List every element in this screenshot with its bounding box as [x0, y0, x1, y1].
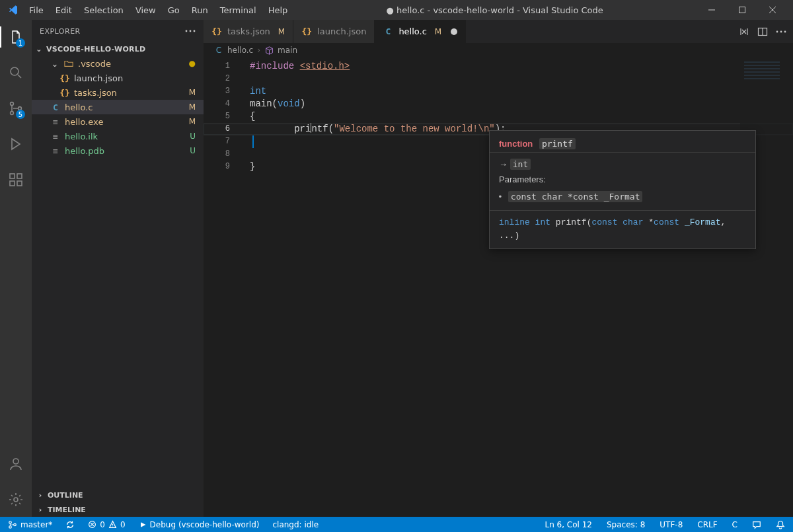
svg-point-19 [9, 525, 12, 528]
status-sync[interactable] [63, 517, 77, 532]
maximize-button[interactable] [727, 0, 757, 20]
dirty-indicator-icon [451, 28, 457, 35]
minimize-button[interactable] [697, 0, 727, 20]
status-notifications-icon[interactable] [773, 517, 788, 532]
folder-open-icon [63, 59, 74, 68]
file-label: hello.exe [65, 117, 103, 127]
sidebar-more-icon[interactable] [185, 30, 196, 32]
breadcrumb-file: hello.c [227, 46, 253, 55]
file-label: launch.json [74, 73, 123, 83]
chevron-right-icon: › [36, 491, 45, 500]
status-eol[interactable]: CRLF [695, 517, 720, 532]
tab-scm-badge: M [278, 27, 285, 36]
close-button[interactable] [757, 0, 788, 20]
svg-rect-0 [739, 7, 745, 13]
status-problems[interactable]: 0 0 [85, 517, 128, 532]
file-tree-item[interactable]: {}tasks.jsonM [32, 85, 204, 100]
hover-parameter: const char *const _Format [508, 191, 643, 202]
file-tree-item[interactable]: {}launch.json [32, 71, 204, 85]
menu-run[interactable]: Run [186, 2, 213, 19]
explorer-badge: 1 [16, 38, 25, 48]
editor-tab[interactable]: {}tasks.jsonM [204, 20, 293, 43]
scm-status-badge: ● [189, 59, 198, 68]
editor-tab[interactable]: {}launch.json [293, 20, 375, 43]
file-label: hello.ilk [65, 132, 98, 141]
scm-status-badge: M [189, 117, 198, 126]
menu-file[interactable]: File [24, 2, 49, 19]
svg-rect-7 [10, 181, 15, 186]
sidebar-title: EXPLORER [40, 27, 81, 36]
hover-return-type: int [510, 159, 531, 170]
return-arrow-icon: → [499, 159, 508, 169]
code-editor[interactable]: 123456789 #include <stdio.h>intmain(void… [204, 57, 793, 517]
scm-status-badge: M [189, 102, 198, 112]
menu-edit[interactable]: Edit [50, 2, 77, 19]
folder-section[interactable]: ⌄ VSCODE-HELLO-WORLD [32, 42, 204, 56]
dirty-dot-icon: ● [387, 5, 394, 15]
window-title: ● hello.c - vscode-hello-world - Visual … [293, 5, 697, 15]
status-language[interactable]: C [730, 517, 740, 532]
breadcrumb[interactable]: C hello.c › main [204, 43, 793, 57]
editor-more-icon[interactable] [776, 30, 786, 33]
svg-rect-5 [10, 174, 15, 178]
activity-source-control[interactable]: 5 [0, 95, 32, 122]
compare-icon[interactable] [739, 26, 749, 37]
vscode-logo-icon [8, 5, 19, 15]
symbol-function-icon [264, 46, 274, 55]
status-cursor-position[interactable]: Ln 6, Col 12 [542, 517, 595, 532]
workbench: 1 5 EXPLORE [0, 20, 793, 517]
activity-explorer[interactable]: 1 [0, 24, 32, 50]
activity-extensions[interactable] [0, 167, 32, 193]
hover-function-name: printf [539, 138, 576, 149]
activity-run-debug[interactable] [0, 131, 32, 157]
outline-label: OUTLINE [48, 491, 83, 500]
activity-settings[interactable] [0, 486, 32, 513]
svg-point-17 [784, 30, 786, 32]
activity-bar: 1 5 [0, 20, 32, 517]
file-tree-item[interactable]: ⌄.vscode● [32, 56, 204, 71]
tab-scm-badge: M [435, 27, 441, 36]
editor-actions [732, 20, 793, 43]
svg-point-20 [14, 523, 17, 526]
json-icon: {} [301, 26, 312, 36]
file-tree-item[interactable]: Chello.cM [32, 100, 204, 114]
menu-help[interactable]: Help [263, 2, 293, 19]
hover-parameters-label: Parameters: [490, 172, 755, 190]
svg-point-18 [9, 521, 12, 523]
chevron-right-icon: › [36, 506, 45, 514]
activity-search[interactable] [0, 59, 32, 86]
menu-go[interactable]: Go [163, 2, 185, 19]
menu-terminal[interactable]: Terminal [215, 2, 262, 19]
titlebar: FileEditSelectionViewGoRunTerminalHelp ●… [0, 0, 793, 20]
editor-tab[interactable]: Chello.cM [375, 20, 466, 43]
svg-rect-8 [17, 181, 22, 186]
status-lsp[interactable]: clangd: idle [270, 517, 321, 532]
chevron-down-icon: ⌄ [50, 59, 59, 69]
menu-selection[interactable]: Selection [79, 2, 129, 19]
file-tree-item[interactable]: ≡hello.exeM [32, 114, 204, 129]
bin-icon: ≡ [50, 132, 61, 141]
folder-name: VSCODE-HELLO-WORLD [46, 45, 146, 54]
c-icon: C [383, 26, 393, 36]
file-tree-item[interactable]: ≡hello.ilkU [32, 129, 204, 143]
svg-point-1 [11, 67, 19, 75]
svg-point-10 [14, 498, 18, 502]
status-debug[interactable]: Debug (vscode-hello-world) [136, 517, 262, 532]
status-encoding[interactable]: UTF-8 [657, 517, 685, 532]
scm-status-badge: U [190, 132, 198, 141]
svg-point-12 [190, 30, 192, 32]
file-label: .vscode [78, 59, 111, 69]
outline-section[interactable]: › OUTLINE [32, 488, 204, 502]
timeline-section[interactable]: › TIMELINE [32, 502, 204, 517]
tab-bar: {}tasks.jsonM{}launch.jsonChello.cM [204, 20, 793, 43]
status-branch[interactable]: master* [5, 517, 55, 532]
scm-badge: 5 [16, 110, 25, 119]
c-icon: C [50, 102, 61, 112]
activity-accounts[interactable] [0, 451, 32, 477]
status-feedback-icon[interactable] [749, 517, 764, 532]
file-tree-item[interactable]: ≡hello.pdbU [32, 143, 204, 158]
svg-point-2 [11, 102, 14, 106]
status-indentation[interactable]: Spaces: 8 [604, 517, 648, 532]
split-editor-icon[interactable] [757, 26, 768, 37]
menu-view[interactable]: View [130, 2, 161, 19]
